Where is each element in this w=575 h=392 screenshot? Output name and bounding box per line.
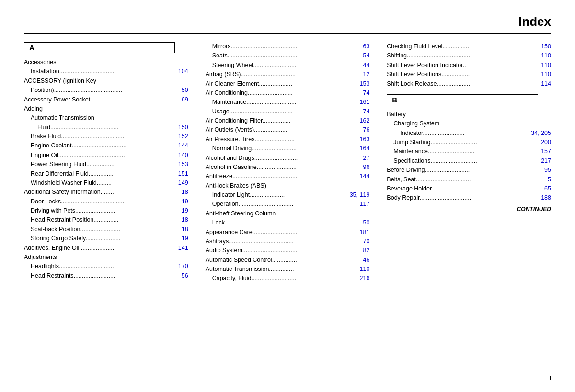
list-item: Seats...................................… [206,51,370,60]
list-item: Anti-theft Steering Column [206,209,370,218]
list-item: Steering Wheel..........................… [206,61,370,70]
list-item: Alcohol and Drugs.......................… [206,154,370,163]
list-item: Automatic Transmission [24,113,188,123]
list-item: Airbag (SRS)............................… [206,70,370,79]
list-item: Mirrors.................................… [206,42,370,51]
list-item: Indicator Light..................... 35,… [206,190,370,200]
list-item: Ashtrays................................… [206,237,370,246]
list-item: Head Restraint Position............... 1… [24,215,188,224]
list-item: Charging System [387,119,551,128]
page-number: I [549,374,551,381]
list-item: Before Driving..........................… [387,166,551,175]
list-item: Windshield Washer Fluid......... 149 [24,179,188,188]
continued-label: CONTINUED [387,206,551,213]
list-item: Checking Fluid Level................ 150 [387,42,551,51]
list-item: Specifications..........................… [387,157,551,166]
list-item: Lock....................................… [206,218,370,227]
list-item: Additional Safety Information........ 18 [24,188,188,197]
col3-top-entries: Checking Fluid Level................ 150… [387,42,551,89]
index-columns: A Accessories Installation..............… [24,42,551,283]
col3-b-entries: Battery Charging System Indicator.......… [387,110,551,203]
list-item: Shifting................................… [387,51,551,60]
list-item: Engine Oil..............................… [24,151,188,160]
list-item: Appearance Care.........................… [206,228,370,237]
list-item: Air Conditioning Filter.................… [206,116,370,125]
list-item: Power Steering Fluid................. 15… [24,160,188,169]
list-item: Maintenance.............................… [206,98,370,107]
list-item: Body Repair.............................… [387,193,551,202]
list-item: Head Restraints.........................… [24,271,188,280]
list-item: Normal Driving..........................… [206,144,370,153]
list-item: Anti-lock Brakes (ABS) [206,181,370,190]
col2: Mirrors.................................… [197,42,379,283]
list-item: ACCESSORY (Ignition Key [24,77,188,86]
list-item: Indicator......................... 34, 2… [387,129,551,138]
col2-entries: Mirrors.................................… [206,42,370,283]
list-item: Fluid...................................… [24,123,188,132]
list-item: Additives, Engine Oil...................… [24,244,188,253]
list-item: Antifreeze..............................… [206,172,370,181]
list-item: Storing Cargo Safely....................… [24,234,188,243]
letter-b: B [387,94,538,105]
list-item: Air Pressure. Tires.....................… [206,135,370,144]
list-item: Headlights..............................… [24,262,188,271]
list-item: Rear Differential Fluid............... 1… [24,169,188,179]
list-item: Air Cleaner Element.................... … [206,79,370,89]
letter-a: A [24,42,175,53]
list-item: Adding [24,104,188,113]
col1: A Accessories Installation..............… [24,42,197,283]
list-item: Automatic Transmission............... 11… [206,265,370,274]
list-item: Air Conditioning........................… [206,89,370,98]
col1-entries: Accessories Installation................… [24,58,188,280]
list-item: Position)...............................… [24,86,188,95]
list-item: Installation............................… [24,67,188,76]
list-item: Brake Fluid.............................… [24,132,188,141]
list-item: Adjustments [24,253,188,262]
list-item: Jump Starting...........................… [387,138,551,147]
list-item: Belts, Seat.............................… [387,175,551,184]
list-item: Capacity, Fluid.........................… [206,274,370,283]
list-item: Door Locks..............................… [24,197,188,206]
page: Index A Accessories Installation........… [0,0,575,392]
page-title: Index [24,14,551,34]
list-item: Scat-back Position......................… [24,225,188,234]
list-item: Beverage Holder.........................… [387,184,551,193]
list-item: Audio System............................… [206,246,370,255]
list-item: Usage...................................… [206,107,370,116]
list-item: Automatic Speed Control............... 4… [206,256,370,265]
list-item: Accessory Power Socket............. 69 [24,95,188,104]
list-item: Shift Lock Release.................... 1… [387,79,551,89]
list-item: Operation...............................… [206,200,370,209]
list-item: Maintenance............................ … [387,147,551,156]
list-item: Shift Lever Position Indicator.. 110 [387,61,551,70]
list-item: Battery [387,110,551,119]
list-item: Driving with Pets.......................… [24,206,188,215]
col3-section-b: B Battery Charging System Indicator.....… [387,94,551,213]
list-item: Engine Coolant..........................… [24,141,188,150]
col3: Checking Fluid Level................ 150… [378,42,551,283]
list-item: Shift Lever Positions................. 1… [387,70,551,79]
list-item: Accessories [24,58,188,67]
list-item: Alcohol in Gasoline.....................… [206,163,370,172]
list-item: Air Outlets (Vents).................... … [206,125,370,134]
